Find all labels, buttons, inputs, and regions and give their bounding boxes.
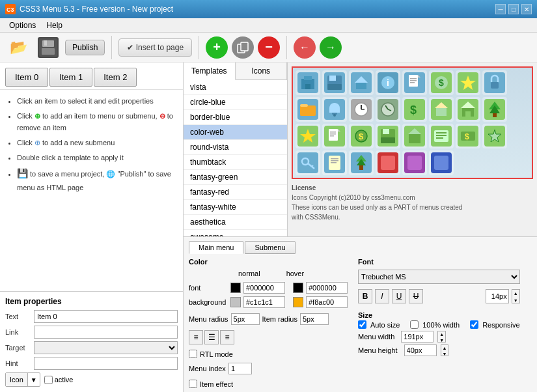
icon-document[interactable] [402, 70, 427, 95]
align-right-btn[interactable]: ≡ [220, 330, 234, 344]
nav-item-1[interactable]: Item 1 [49, 68, 92, 87]
insert-button[interactable]: ✔ Insert to page [118, 38, 192, 57]
active-checkbox[interactable]: active [44, 376, 74, 384]
template-circle-blue[interactable]: circle-blue [184, 95, 287, 110]
tab-icons[interactable]: Icons [236, 63, 288, 79]
hint-input[interactable] [34, 357, 178, 370]
template-fantasy-green[interactable]: fantasy-green [184, 170, 287, 185]
bg-normal-input[interactable] [243, 296, 285, 308]
menu-index-input[interactable] [228, 363, 252, 374]
icon-save2[interactable] [376, 124, 400, 148]
active-check[interactable] [44, 376, 53, 384]
bg-hover-swatch[interactable] [293, 297, 303, 307]
icon-home4[interactable] [402, 124, 427, 148]
template-vista[interactable]: vista [184, 80, 287, 95]
font-size-up[interactable]: ▲ [512, 290, 519, 297]
auto-size-checkbox[interactable] [358, 320, 366, 329]
width-100-checkbox[interactable] [410, 320, 419, 329]
font-bold-btn[interactable]: B [358, 289, 372, 303]
font-select[interactable]: Trebuchet MS Arial Verdana [358, 270, 520, 284]
font-hover-swatch[interactable] [293, 283, 303, 293]
icon-star2[interactable] [296, 124, 320, 148]
icon-info[interactable]: i [376, 70, 400, 95]
icon-star3[interactable] [482, 124, 507, 148]
font-strikethrough-btn[interactable]: U [409, 289, 423, 303]
item-radius-input[interactable] [300, 313, 329, 325]
align-left-btn[interactable]: ≡ [189, 330, 203, 344]
icon-dollar4[interactable]: $ [456, 124, 480, 148]
tab-submenu[interactable]: Submenu [245, 241, 295, 254]
add-item-button[interactable]: + [206, 36, 228, 59]
icon-folder1[interactable] [296, 97, 320, 122]
icon-home2[interactable] [429, 97, 454, 122]
template-color-web[interactable]: color-web [184, 125, 287, 140]
icon-blue-square[interactable] [429, 150, 454, 175]
menu-width-spinner[interactable]: ▲ ▼ [437, 331, 446, 343]
icon-selector[interactable]: Icon ▼ [5, 372, 40, 387]
menu-height-input[interactable] [404, 344, 437, 356]
icon-red-square[interactable] [376, 150, 400, 175]
icon-note[interactable] [322, 150, 347, 175]
close-button[interactable]: ✕ [521, 4, 532, 14]
menu-radius-input[interactable] [231, 313, 260, 325]
template-border-blue[interactable]: border-blue [184, 110, 287, 125]
menu-height-spinner[interactable]: ▲ ▼ [441, 344, 449, 356]
icon-dollar2[interactable]: $ [402, 97, 427, 122]
template-fantasy-red[interactable]: fantasy-red [184, 185, 287, 200]
template-round-vista[interactable]: round-vista [184, 140, 287, 155]
font-normal-swatch[interactable] [230, 283, 241, 293]
item-effect-checkbox[interactable] [189, 380, 197, 388]
remove-item-button[interactable]: − [258, 36, 280, 59]
nav-item-0[interactable]: Item 0 [5, 68, 48, 87]
font-normal-input[interactable] [243, 282, 285, 294]
publish-button[interactable]: Publish [65, 40, 105, 55]
font-size-input[interactable] [486, 289, 509, 303]
icon-save1[interactable] [322, 70, 347, 95]
icon-lock[interactable] [482, 70, 507, 95]
icon-key[interactable] [296, 150, 320, 175]
move-right-button[interactable]: → [320, 36, 342, 59]
maximize-button[interactable]: □ [508, 4, 519, 14]
icon-dollar3[interactable]: $ [349, 124, 374, 148]
icon-building[interactable] [296, 70, 320, 95]
open-button[interactable]: 📂 [5, 36, 31, 59]
save-button[interactable] [35, 36, 61, 59]
icon-clock1[interactable] [349, 97, 374, 122]
template-aesthetica[interactable]: aesthetica [184, 215, 287, 230]
template-awesome[interactable]: awesome [184, 230, 287, 236]
move-left-button[interactable]: ← [294, 36, 316, 59]
menu-options[interactable]: Options [4, 20, 41, 31]
template-fantasy-white[interactable]: fantasy-white [184, 200, 287, 215]
icon-bell[interactable] [322, 97, 347, 122]
icon-star1[interactable] [456, 70, 480, 95]
minimize-button[interactable]: ─ [495, 4, 506, 14]
icon-tree1[interactable] [482, 97, 507, 122]
icon-clock2[interactable] [376, 97, 400, 122]
tab-templates[interactable]: Templates [184, 63, 236, 80]
menu-width-input[interactable] [401, 331, 434, 343]
responsive-checkbox[interactable] [470, 320, 478, 329]
template-thumbtack[interactable]: thumbtack [184, 155, 287, 170]
font-italic-btn[interactable]: I [375, 289, 389, 303]
icon-home3[interactable] [456, 97, 480, 122]
icon-page[interactable] [322, 124, 347, 148]
link-input[interactable] [34, 326, 178, 339]
text-input[interactable] [34, 310, 178, 323]
rtl-checkbox[interactable] [189, 350, 197, 358]
font-size-down[interactable]: ▼ [512, 297, 519, 304]
icon-tree2[interactable] [349, 150, 374, 175]
copy-item-button[interactable] [232, 36, 254, 59]
icon-home1[interactable] [349, 70, 374, 95]
menu-help[interactable]: Help [41, 20, 68, 31]
target-select[interactable]: _blank _self [34, 341, 178, 354]
icon-list[interactable] [429, 124, 454, 148]
bg-normal-swatch[interactable] [230, 297, 241, 307]
bg-hover-input[interactable] [306, 296, 348, 308]
nav-item-2[interactable]: Item 2 [94, 68, 137, 87]
font-underline-btn[interactable]: U [392, 289, 406, 303]
font-hover-input[interactable] [306, 282, 348, 294]
icon-dollar1[interactable]: $ [429, 70, 454, 95]
icon-purple-square[interactable] [402, 150, 427, 175]
align-center-btn[interactable]: ☰ [204, 330, 219, 344]
font-size-spinner[interactable]: ▲ ▼ [512, 289, 520, 303]
